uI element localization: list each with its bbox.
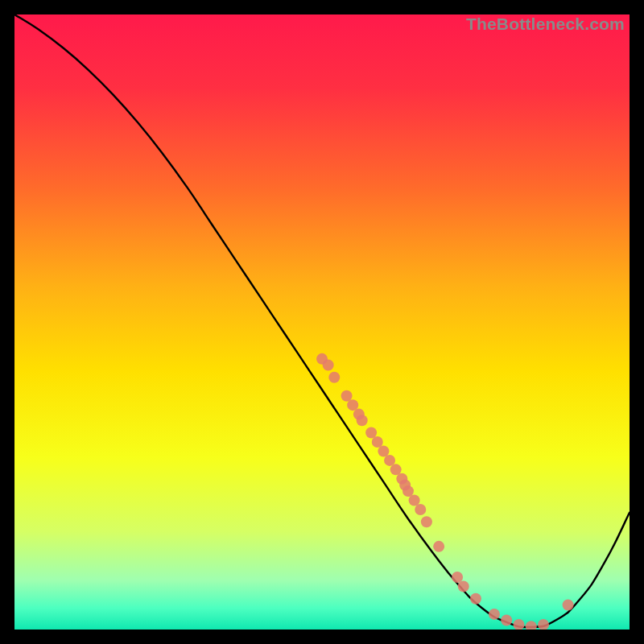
data-point (563, 599, 574, 610)
data-point (433, 541, 444, 552)
chart-frame: TheBottleneck.com (14, 14, 630, 630)
data-point (501, 615, 512, 626)
data-point (452, 572, 463, 583)
data-point (378, 445, 389, 456)
data-point (489, 609, 500, 620)
data-point (390, 464, 402, 475)
data-point (458, 581, 469, 592)
data-point (372, 436, 383, 448)
watermark-text: TheBottleneck.com (466, 14, 625, 34)
data-point (323, 359, 334, 370)
data-point (384, 455, 395, 466)
data-point (421, 516, 432, 527)
data-point (470, 593, 481, 605)
data-point (341, 390, 353, 402)
data-point (415, 504, 426, 515)
data-point (409, 495, 420, 506)
data-point (357, 415, 368, 426)
chart-svg (14, 14, 630, 630)
chart-background (14, 14, 630, 630)
data-point (365, 427, 377, 439)
data-point (347, 399, 358, 411)
data-point (402, 485, 414, 497)
data-point (328, 372, 340, 383)
